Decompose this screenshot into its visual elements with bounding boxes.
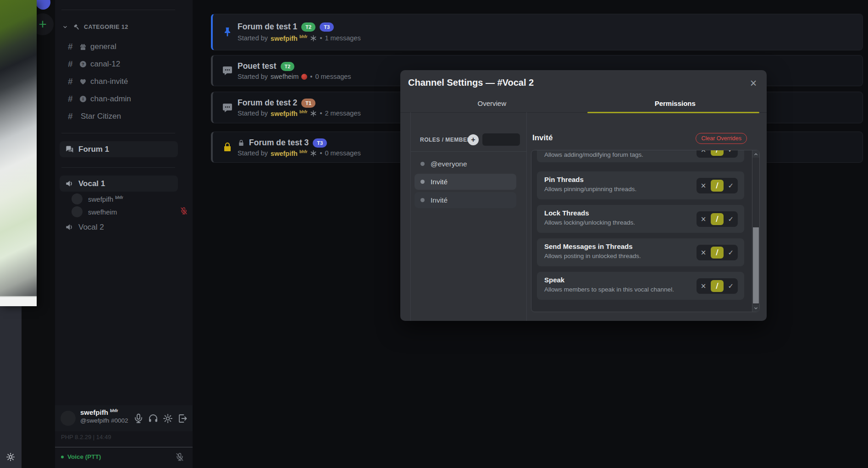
tab-overview[interactable]: Overview	[400, 95, 584, 112]
sidebar-item-canal-12[interactable]: # ? canal-12	[61, 55, 186, 73]
background-photo-window	[0, 0, 37, 306]
deny-icon[interactable]: ×	[697, 180, 710, 192]
sidebar-item-chan-admin[interactable]: # i chan-admin	[61, 90, 186, 108]
roles-search-input[interactable]	[482, 133, 520, 146]
red-face-emoji	[301, 74, 307, 80]
post-title: Forum de test 1	[238, 22, 297, 32]
svg-text:?: ?	[82, 61, 84, 66]
scroll-up-icon[interactable]	[752, 150, 759, 158]
allow-icon[interactable]: ✓	[724, 213, 737, 225]
avatar[interactable]	[61, 411, 76, 426]
username: swefpifh bhfr	[80, 408, 118, 416]
passthrough-icon[interactable]: /	[711, 247, 724, 259]
allow-icon[interactable]: ✓	[724, 150, 737, 156]
vocal-channel-label: Vocal 1	[78, 179, 105, 188]
scrollbar[interactable]	[752, 150, 759, 312]
sidebar-item-vocal-2[interactable]: Vocal 2	[60, 219, 178, 235]
post-message-count: 2 messages	[325, 110, 361, 117]
question-icon: ?	[79, 61, 87, 68]
scroll-down-icon[interactable]	[752, 304, 759, 312]
user-panel: swefpifh bhfr @swefpifh #0002	[55, 405, 193, 431]
sidebar-item-general[interactable]: # general	[61, 38, 186, 55]
category-header[interactable]: CATEGORIE 12	[61, 22, 128, 33]
vocal-channel-label: Vocal 2	[78, 223, 104, 232]
channel-label: Star Citizen	[81, 112, 121, 121]
permission-toggle: × / ✓	[697, 245, 738, 260]
voice-member-swefheim[interactable]: swefheim	[72, 205, 117, 218]
mic-muted-icon[interactable]	[175, 452, 184, 462]
post-title: Forum de test 2	[238, 98, 297, 108]
divider	[411, 151, 526, 152]
hash-icon: #	[68, 77, 77, 87]
channel-sidebar: CATEGORIE 12 # general # ? canal-12 # ch…	[55, 0, 193, 468]
tag-badge: T2	[301, 22, 315, 32]
post-author: swefpifh bhfr	[271, 149, 307, 157]
chat-icon	[222, 102, 233, 113]
server-icon[interactable]	[36, 0, 50, 10]
clear-overrides-button[interactable]: Clear Overrides	[696, 133, 747, 144]
allow-icon[interactable]: ✓	[724, 247, 737, 259]
post-meta: Started by swefheim • 0 messages	[238, 73, 351, 80]
tab-permissions[interactable]: Permissions	[584, 95, 767, 112]
passthrough-icon[interactable]: /	[711, 213, 724, 225]
hash-icon: #	[68, 111, 77, 121]
permission-name: Lock Threads	[544, 209, 589, 217]
gear-icon[interactable]	[6, 452, 16, 462]
channel-settings-modal: Channel Settings — #Vocal 2 × Overview P…	[400, 70, 767, 321]
user-handle: @swefpifh #0002	[80, 417, 128, 424]
sidebar-item-vocal-1[interactable]: Vocal 1	[60, 176, 178, 192]
sidebar-item-forum-1[interactable]: Forum 1	[60, 141, 178, 157]
role-item-invite-1[interactable]: Invité	[415, 174, 516, 190]
info-icon: i	[79, 95, 87, 103]
headphones-button[interactable]	[148, 413, 159, 424]
add-role-button[interactable]: +	[468, 134, 479, 145]
member-name: swefheim	[88, 208, 117, 216]
passthrough-icon[interactable]: /	[711, 180, 724, 192]
post-meta: Started by swefpifh bhfr • 2 messages	[238, 110, 361, 117]
settings-gear-button[interactable]	[162, 413, 173, 424]
deny-icon[interactable]: ×	[697, 150, 710, 156]
passthrough-icon[interactable]: /	[711, 280, 724, 292]
forum-post-1[interactable]: Forum de test 1 T2 T3 Started by swefpif…	[211, 14, 863, 50]
hash-icon: #	[68, 59, 77, 69]
tag-badge: T2	[281, 62, 295, 71]
allow-icon[interactable]: ✓	[724, 180, 737, 192]
mic-button[interactable]	[133, 413, 144, 424]
permission-row-forum-tags: Allows adding/modifying forum tags. × / …	[537, 150, 744, 162]
passthrough-icon[interactable]: /	[711, 150, 724, 156]
permission-description: Allows adding/modifying forum tags.	[544, 151, 643, 158]
logout-button[interactable]	[177, 413, 188, 424]
permission-toggle: × / ✓	[697, 278, 738, 294]
sidebar-item-star-citizen[interactable]: # Star Citizen	[61, 108, 186, 125]
permission-description: Allows pinning/unpinning threads.	[544, 186, 636, 193]
deny-icon[interactable]: ×	[697, 247, 710, 259]
post-meta: Started by swefpifh bhfr • 0 messages	[238, 149, 361, 157]
scrollbar-thumb[interactable]	[753, 227, 759, 303]
selected-role-title: Invité	[532, 133, 553, 143]
divider	[61, 167, 175, 168]
divider	[61, 10, 175, 10]
role-dot	[420, 162, 425, 166]
snowflake-icon	[310, 35, 317, 42]
channel-label: canal-12	[90, 60, 120, 69]
roles-panel: ROLES / MEMBERS + @everyone Invité Invit…	[410, 112, 527, 321]
role-item-everyone[interactable]: @everyone	[415, 156, 516, 172]
speaker-icon	[65, 223, 74, 231]
lock-icon	[222, 142, 233, 153]
allow-icon[interactable]: ✓	[724, 280, 737, 292]
deny-icon[interactable]: ×	[697, 280, 710, 292]
role-name: Invité	[431, 196, 448, 204]
permission-toggle: × / ✓	[697, 178, 738, 193]
gift-icon	[79, 43, 87, 50]
role-item-invite-2[interactable]: Invité	[415, 192, 516, 208]
post-message-count: 1 messages	[325, 34, 361, 42]
voice-member-swefpifh[interactable]: swefpifh bhfr	[72, 193, 123, 205]
photo-window-bottom-bar	[0, 296, 37, 306]
deny-icon[interactable]: ×	[697, 213, 710, 225]
post-author: swefheim	[271, 73, 299, 80]
close-icon[interactable]: ×	[746, 76, 760, 90]
member-name: swefpifh bhfr	[88, 195, 123, 203]
divider	[55, 447, 193, 447]
permission-row-speak: Speak Allows members to speak in this vo…	[537, 272, 744, 300]
sidebar-item-chan-invite[interactable]: # chan-invité	[61, 73, 186, 90]
